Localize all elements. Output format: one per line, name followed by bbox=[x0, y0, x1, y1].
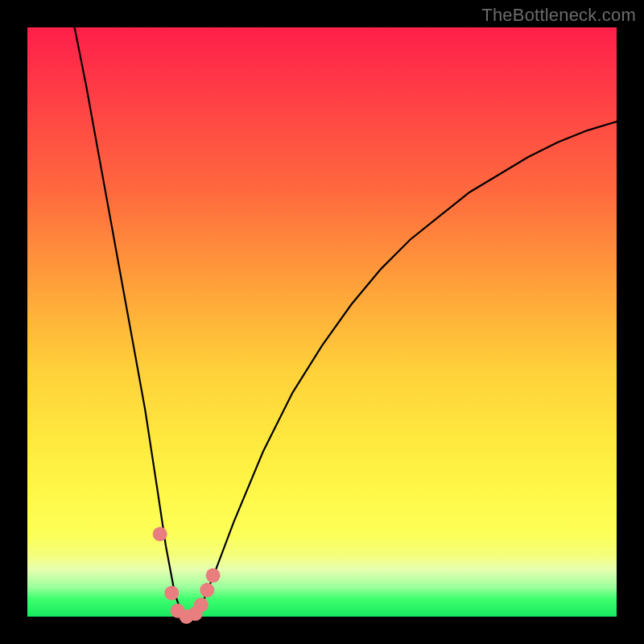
marker-dot bbox=[200, 583, 214, 597]
marker-dot bbox=[194, 597, 208, 612]
marker-dot bbox=[153, 527, 167, 542]
watermark-text: TheBottleneck.com bbox=[481, 5, 636, 26]
plot-area bbox=[27, 27, 617, 617]
marker-dot bbox=[164, 586, 179, 601]
curve-svg bbox=[27, 27, 617, 617]
marker-dot bbox=[206, 568, 221, 583]
chart-frame: TheBottleneck.com bbox=[0, 0, 644, 644]
curve-markers bbox=[153, 527, 221, 625]
